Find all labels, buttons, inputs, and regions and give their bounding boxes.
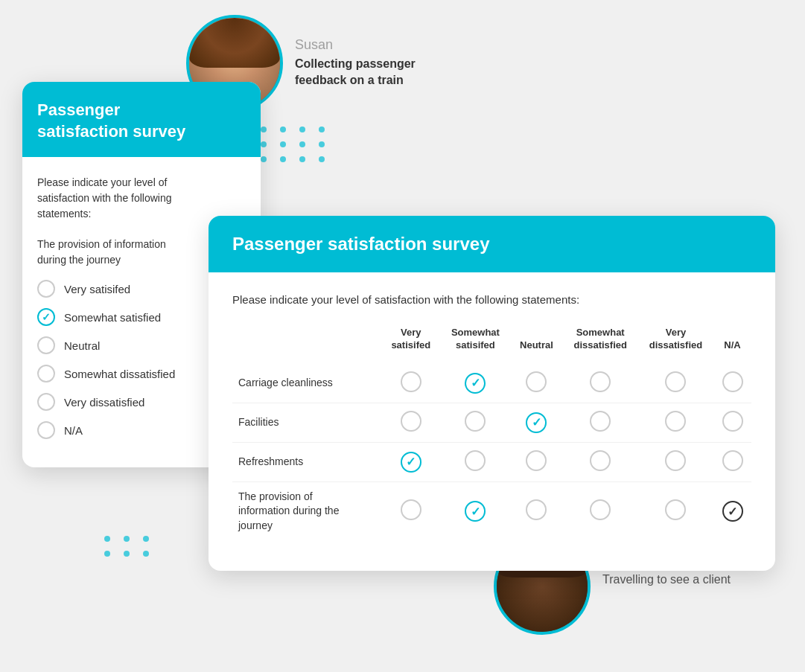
radio-very-dissatisfied[interactable] (37, 393, 55, 411)
radio-facilities-somewhat-sat[interactable] (441, 403, 511, 442)
col-very-dissatisfied: Verydissatisfied (638, 327, 713, 364)
option-neutral-label: Neutral (64, 339, 100, 352)
survey-table: Verysatisifed Somewhatsatisifed Neutral … (232, 327, 751, 541)
radio-facilities-very-sat[interactable] (381, 403, 441, 442)
radio-circle[interactable] (722, 501, 743, 522)
card-small-instructions: Please indicate your level ofsatisfactio… (37, 175, 246, 222)
card-small-header: Passengersatisfaction survey (22, 82, 261, 157)
col-very-satisfied: Verysatisifed (381, 327, 441, 364)
radio-carriage-neutral[interactable] (510, 364, 562, 403)
question-provision: The provision ofinformation during thejo… (232, 481, 381, 540)
radio-facilities-very-dis[interactable] (638, 403, 713, 442)
radio-circle[interactable] (401, 371, 421, 392)
radio-circle[interactable] (665, 499, 686, 520)
radio-circle[interactable] (526, 371, 547, 392)
radio-circle[interactable] (465, 373, 486, 394)
radio-neutral[interactable] (37, 336, 55, 354)
col-neutral: Neutral (510, 327, 562, 364)
option-na-label: N/A (64, 424, 83, 437)
radio-prov-neutral[interactable] (510, 481, 562, 540)
radio-refresh-somewhat-dis[interactable] (563, 442, 638, 481)
radio-facilities-neutral[interactable] (510, 403, 562, 442)
radio-circle[interactable] (722, 411, 743, 432)
decorative-dots-bottom (104, 536, 153, 557)
table-row: The provision ofinformation during thejo… (232, 481, 751, 540)
radio-prov-very-sat[interactable] (381, 481, 441, 540)
radio-carriage-very-dis[interactable] (638, 364, 713, 403)
radio-circle[interactable] (465, 501, 486, 522)
radio-circle[interactable] (590, 411, 611, 432)
radio-circle[interactable] (401, 499, 421, 520)
radio-circle[interactable] (722, 450, 743, 471)
radio-facilities-somewhat-dis[interactable] (563, 403, 638, 442)
table-row: Facilities (232, 403, 751, 442)
radio-carriage-na[interactable] (713, 364, 751, 403)
radio-very-satisfied[interactable] (37, 280, 55, 298)
radio-refresh-na[interactable] (713, 442, 751, 481)
radio-circle[interactable] (401, 452, 421, 473)
radio-somewhat-satisfied[interactable]: ✓ (37, 308, 55, 326)
radio-circle[interactable] (665, 450, 686, 471)
question-facilities: Facilities (232, 403, 381, 442)
card-large: Passenger satisfaction survey Please ind… (209, 216, 775, 571)
radio-circle[interactable] (590, 450, 611, 471)
card-large-instructions: Please indicate your level of satisfacti… (232, 293, 751, 306)
susan-description: Collecting passengerfeedback on a train (295, 56, 416, 89)
radio-carriage-somewhat-sat[interactable] (441, 364, 511, 403)
radio-circle[interactable] (590, 499, 611, 520)
table-row: Refreshments (232, 442, 751, 481)
susan-text: Susan Collecting passengerfeedback on a … (295, 22, 416, 89)
option-very-satisfied-label: Very satisifed (64, 283, 130, 295)
radio-refresh-very-sat[interactable] (381, 442, 441, 481)
radio-circle[interactable] (526, 499, 547, 520)
radio-somewhat-dissatisfied[interactable] (37, 365, 55, 383)
radio-carriage-very-sat[interactable] (381, 364, 441, 403)
radio-circle[interactable] (465, 450, 486, 471)
question-refreshments: Refreshments (232, 442, 381, 481)
susan-name: Susan (295, 37, 416, 53)
card-large-header: Passenger satisfaction survey (209, 216, 775, 272)
radio-prov-very-dis[interactable] (638, 481, 713, 540)
col-na: N/A (713, 327, 751, 364)
radio-prov-somewhat-sat[interactable] (441, 481, 511, 540)
radio-refresh-very-dis[interactable] (638, 442, 713, 481)
col-question (232, 327, 381, 364)
radio-prov-na[interactable] (713, 481, 751, 540)
col-somewhat-dissatisfied: Somewhatdissatisfied (563, 327, 638, 364)
radio-circle[interactable] (526, 450, 547, 471)
question-carriage: Carriage cleanliness (232, 364, 381, 403)
radio-circle[interactable] (465, 411, 486, 432)
radio-circle[interactable] (590, 371, 611, 392)
card-small-title: Passengersatisfaction survey (37, 100, 246, 142)
radio-circle[interactable] (526, 412, 547, 433)
radio-prov-somewhat-dis[interactable] (563, 481, 638, 540)
radio-circle[interactable] (665, 411, 686, 432)
radio-refresh-neutral[interactable] (510, 442, 562, 481)
radio-carriage-somewhat-dis[interactable] (563, 364, 638, 403)
radio-circle[interactable] (401, 411, 421, 432)
radio-facilities-na[interactable] (713, 403, 751, 442)
radio-na[interactable] (37, 421, 55, 439)
option-very-dissatisfied-label: Very dissatisfied (64, 396, 144, 409)
radio-circle[interactable] (665, 371, 686, 392)
radio-circle[interactable] (722, 371, 743, 392)
decorative-dots-top (261, 127, 329, 162)
option-somewhat-dissatisfied-label: Somewhat dissatisfied (64, 368, 175, 380)
table-row: Carriage cleanliness (232, 364, 751, 403)
radio-refresh-somewhat-sat[interactable] (441, 442, 511, 481)
robert-description: Travelling to see a client (602, 572, 731, 588)
card-large-body: Please indicate your level of satisfacti… (209, 272, 775, 541)
card-large-title: Passenger satisfaction survey (232, 234, 751, 255)
col-somewhat-satisfied: Somewhatsatisifed (441, 327, 511, 364)
option-somewhat-satisfied-label: Somewhat satisfied (64, 311, 161, 324)
table-header-row: Verysatisifed Somewhatsatisifed Neutral … (232, 327, 751, 364)
